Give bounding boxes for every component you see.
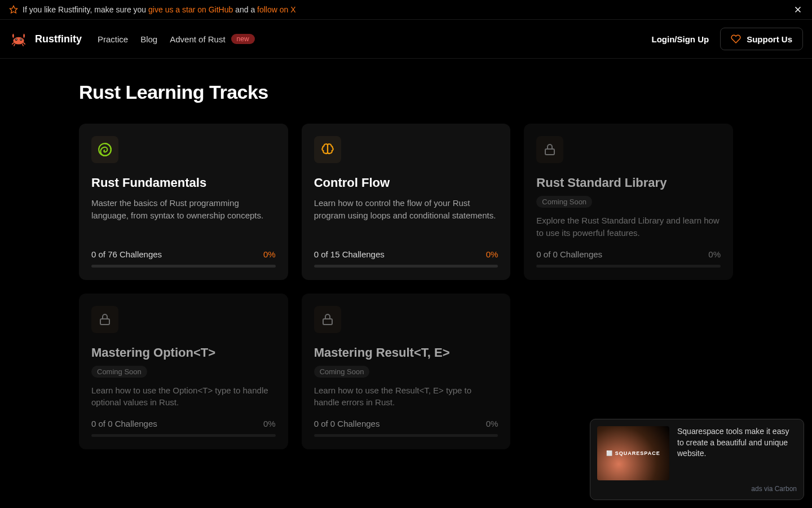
progress-row: 0 of 0 Challenges0% [314, 419, 498, 428]
progress-row: 0 of 15 Challenges0% [314, 249, 498, 259]
card-footer: 0 of 0 Challenges0% [91, 419, 276, 437]
progress-row: 0 of 76 Challenges0% [91, 249, 276, 259]
ad-text: Squarespace tools make it easy to create… [677, 426, 797, 480]
challenges-count: 0 of 0 Challenges [91, 419, 157, 428]
lock-icon [536, 136, 563, 163]
progress-bar [91, 265, 276, 268]
main-nav: Rustfinity Practice Blog Advent of Rust … [0, 20, 812, 59]
progress-bar [536, 265, 721, 268]
login-link[interactable]: Login/Sign Up [652, 34, 709, 44]
card-footer: 0 of 76 Challenges0% [91, 249, 276, 268]
progress-percent: 0% [263, 419, 276, 428]
svg-point-7 [20, 39, 21, 40]
brand[interactable]: Rustfinity [9, 29, 82, 49]
progress-bar [91, 434, 276, 437]
coming-soon-badge: Coming Soon [314, 366, 370, 378]
announce-text: If you like Rustfinity, make sure you gi… [23, 5, 296, 14]
svg-point-6 [16, 39, 17, 40]
card-title-row: Rust Standard LibraryComing Soon [536, 176, 721, 208]
card-title-row: Rust Fundamentals [91, 176, 276, 190]
spiral-icon [91, 136, 118, 163]
support-label: Support Us [747, 34, 792, 44]
progress-percent: 0% [708, 249, 721, 259]
support-button[interactable]: Support Us [720, 28, 803, 50]
card-title: Control Flow [314, 176, 390, 190]
progress-bar [314, 265, 498, 268]
x-link[interactable]: follow on X [257, 5, 295, 14]
coming-soon-badge: Coming Soon [536, 196, 592, 208]
coming-soon-badge: Coming Soon [91, 366, 147, 378]
card-description: Explore the Rust Standard Library and le… [536, 214, 721, 239]
nav-advent-label: Advent of Rust [170, 34, 225, 44]
challenges-count: 0 of 76 Challenges [91, 249, 162, 259]
carbon-ad[interactable]: ⬜ SQUARESPACE Squarespace tools make it … [590, 419, 804, 500]
progress-row: 0 of 0 Challenges0% [536, 249, 721, 259]
star-icon [9, 5, 18, 14]
track-card: Mastering Option<T>Coming SoonLearn how … [79, 294, 288, 450]
svg-rect-11 [323, 319, 332, 325]
card-title: Rust Standard Library [536, 176, 667, 190]
track-card[interactable]: Rust FundamentalsMaster the basics of Ru… [79, 124, 288, 280]
card-description: Master the basics of Rust programming la… [91, 197, 276, 239]
progress-bar [314, 434, 498, 437]
nav-links: Practice Blog Advent of Rust new [98, 34, 255, 44]
card-title: Rust Fundamentals [91, 176, 206, 190]
nav-blog[interactable]: Blog [140, 34, 157, 44]
card-footer: 0 of 15 Challenges0% [314, 249, 498, 268]
card-description: Learn how to control the flow of your Ru… [314, 197, 498, 239]
nav-practice[interactable]: Practice [98, 34, 128, 44]
tracks-grid: Rust FundamentalsMaster the basics of Ru… [79, 124, 733, 449]
card-title-row: Control Flow [314, 176, 498, 190]
ad-content: ⬜ SQUARESPACE Squarespace tools make it … [597, 426, 797, 480]
lock-icon [314, 306, 341, 333]
announce-bar: If you like Rustfinity, make sure you gi… [0, 0, 812, 20]
card-description: Learn how to use the Option<T> type to h… [91, 384, 276, 409]
progress-percent: 0% [263, 249, 276, 259]
crab-logo-icon [9, 29, 28, 49]
progress-row: 0 of 0 Challenges0% [91, 419, 276, 428]
card-title-row: Mastering Option<T>Coming Soon [91, 345, 276, 378]
ad-via[interactable]: ads via Carbon [597, 485, 797, 493]
card-title-row: Mastering Result<T, E>Coming Soon [314, 345, 498, 378]
svg-marker-0 [10, 6, 17, 13]
nav-right: Login/Sign Up Support Us [652, 28, 804, 50]
brand-name: Rustfinity [35, 33, 82, 45]
card-title: Mastering Result<T, E> [314, 345, 450, 360]
svg-rect-9 [545, 149, 554, 155]
challenges-count: 0 of 15 Challenges [314, 249, 385, 259]
brain-icon [314, 136, 341, 163]
track-card: Rust Standard LibraryComing SoonExplore … [524, 124, 733, 280]
challenges-count: 0 of 0 Challenges [314, 419, 380, 428]
card-title: Mastering Option<T> [91, 345, 215, 360]
svg-point-3 [13, 37, 24, 45]
challenges-count: 0 of 0 Challenges [536, 249, 602, 259]
close-icon[interactable] [793, 5, 803, 15]
svg-rect-10 [100, 319, 109, 325]
announce-message: If you like Rustfinity, make sure you gi… [9, 5, 296, 14]
github-link[interactable]: give us a star on GitHub [148, 5, 233, 14]
main-content: Rust Learning Tracks Rust FundamentalsMa… [0, 59, 812, 449]
track-card[interactable]: Control FlowLearn how to control the flo… [302, 124, 511, 280]
heart-icon [731, 34, 741, 44]
ad-image: ⬜ SQUARESPACE [597, 426, 669, 480]
nav-advent[interactable]: Advent of Rust new [170, 34, 254, 44]
track-card: Mastering Result<T, E>Coming SoonLearn h… [302, 294, 511, 450]
new-badge: new [231, 34, 255, 44]
progress-percent: 0% [486, 419, 498, 428]
lock-icon [91, 306, 118, 333]
card-description: Learn how to use the Result<T, E> type t… [314, 384, 498, 409]
card-footer: 0 of 0 Challenges0% [536, 249, 721, 268]
page-title: Rust Learning Tracks [79, 81, 733, 103]
progress-percent: 0% [486, 249, 498, 259]
nav-left: Rustfinity Practice Blog Advent of Rust … [9, 29, 255, 49]
card-footer: 0 of 0 Challenges0% [314, 419, 498, 437]
